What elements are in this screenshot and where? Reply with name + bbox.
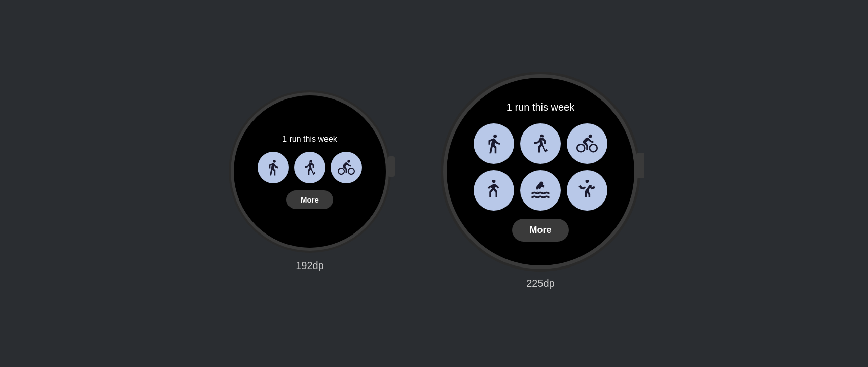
activity-btn-cycle-small[interactable] [331,152,362,183]
activity-grid-small [258,152,362,183]
watch-title-small: 1 run this week [282,135,337,144]
activity-btn-cycle-large[interactable] [567,123,607,164]
hike-icon [301,159,318,176]
run-icon-large [483,133,504,154]
watch-face-small: 1 run this week [234,95,386,248]
activity-btn-swim-large[interactable] [520,170,561,211]
activity-btn-run-small[interactable] [258,152,289,183]
yoga-icon-large [483,180,504,201]
activity-btn-martialarts-large[interactable] [567,170,607,211]
activity-btn-hike-large[interactable] [520,123,561,164]
hike-icon-large [530,133,551,154]
watch-title-large: 1 run this week [507,102,575,113]
activity-btn-run-large[interactable] [474,123,514,164]
more-button-small[interactable]: More [286,190,333,209]
cycle-icon [338,159,355,176]
activity-grid-large [457,123,624,211]
activity-btn-yoga-large[interactable] [474,170,514,211]
watch-face-large: 1 run this week [447,78,634,265]
run-icon [265,159,282,176]
watch-label-large: 225dp [526,278,555,289]
watch-screen-small: 1 run this week [234,95,386,248]
martialarts-icon-large [576,180,598,201]
activity-btn-hike-small[interactable] [294,152,326,183]
swim-icon-large [530,180,551,201]
watch-225dp: 1 run this week [447,78,634,289]
watch-screen-large: 1 run this week [447,78,634,265]
watch-label-small: 192dp [296,260,324,272]
more-button-large[interactable]: More [512,219,568,242]
watch-192dp: 1 run this week [234,95,386,272]
cycle-icon-large [576,133,598,154]
